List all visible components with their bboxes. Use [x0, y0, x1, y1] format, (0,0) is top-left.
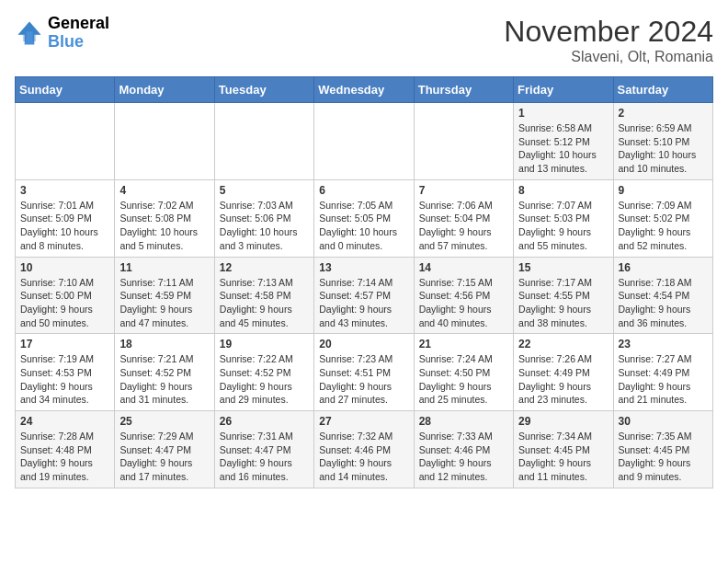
day-number: 27 [319, 415, 408, 428]
day-info: Sunrise: 7:17 AM Sunset: 4:55 PM Dayligh… [518, 276, 608, 330]
day-number: 16 [619, 261, 708, 274]
logo-icon [15, 18, 44, 48]
day-info: Sunrise: 7:15 AM Sunset: 4:56 PM Dayligh… [419, 276, 508, 330]
day-header-wednesday: Wednesday [314, 77, 414, 103]
calendar-cell: 16Sunrise: 7:18 AM Sunset: 4:54 PM Dayli… [613, 257, 712, 334]
calendar-cell: 25Sunrise: 7:29 AM Sunset: 4:47 PM Dayli… [115, 411, 214, 488]
day-number: 12 [220, 261, 309, 274]
day-info: Sunrise: 7:09 AM Sunset: 5:02 PM Dayligh… [619, 199, 708, 253]
day-header-friday: Friday [514, 77, 613, 103]
day-info: Sunrise: 7:01 AM Sunset: 5:09 PM Dayligh… [20, 199, 109, 253]
calendar-cell: 6Sunrise: 7:05 AM Sunset: 5:05 PM Daylig… [314, 179, 414, 257]
calendar-cell [115, 103, 214, 180]
calendar-cell: 17Sunrise: 7:19 AM Sunset: 4:53 PM Dayli… [16, 334, 115, 411]
calendar: SundayMondayTuesdayWednesdayThursdayFrid… [15, 76, 713, 488]
day-info: Sunrise: 7:34 AM Sunset: 4:45 PM Dayligh… [518, 430, 608, 484]
day-info: Sunrise: 7:21 AM Sunset: 4:52 PM Dayligh… [119, 352, 209, 407]
day-number: 5 [220, 184, 309, 197]
calendar-cell: 13Sunrise: 7:14 AM Sunset: 4:57 PM Dayli… [314, 257, 414, 334]
day-number: 19 [220, 338, 309, 350]
day-info: Sunrise: 7:11 AM Sunset: 4:59 PM Dayligh… [119, 276, 209, 330]
day-info: Sunrise: 7:31 AM Sunset: 4:47 PM Dayligh… [220, 430, 309, 484]
location: Slaveni, Olt, Romania [504, 49, 713, 65]
day-info: Sunrise: 6:59 AM Sunset: 5:10 PM Dayligh… [619, 121, 708, 176]
calendar-cell: 1Sunrise: 6:58 AM Sunset: 5:12 PM Daylig… [514, 103, 613, 180]
day-number: 11 [119, 261, 209, 274]
day-info: Sunrise: 6:58 AM Sunset: 5:12 PM Dayligh… [518, 121, 608, 176]
day-info: Sunrise: 7:05 AM Sunset: 5:05 PM Dayligh… [319, 199, 408, 253]
calendar-cell: 5Sunrise: 7:03 AM Sunset: 5:06 PM Daylig… [214, 179, 313, 257]
day-number: 7 [419, 184, 508, 197]
day-number: 1 [518, 107, 608, 120]
calendar-cell [214, 103, 313, 180]
day-info: Sunrise: 7:22 AM Sunset: 4:52 PM Dayligh… [220, 352, 309, 407]
day-number: 8 [518, 184, 608, 197]
day-number: 24 [20, 415, 109, 428]
calendar-cell [314, 103, 414, 180]
day-info: Sunrise: 7:10 AM Sunset: 5:00 PM Dayligh… [20, 276, 109, 330]
day-info: Sunrise: 7:06 AM Sunset: 5:04 PM Dayligh… [419, 199, 508, 253]
day-info: Sunrise: 7:18 AM Sunset: 4:54 PM Dayligh… [619, 276, 708, 330]
day-info: Sunrise: 7:23 AM Sunset: 4:51 PM Dayligh… [319, 352, 408, 407]
day-number: 15 [518, 261, 608, 274]
day-number: 3 [20, 184, 109, 197]
day-info: Sunrise: 7:14 AM Sunset: 4:57 PM Dayligh… [319, 276, 408, 330]
day-number: 2 [619, 107, 708, 120]
calendar-cell: 3Sunrise: 7:01 AM Sunset: 5:09 PM Daylig… [16, 179, 115, 257]
calendar-cell: 19Sunrise: 7:22 AM Sunset: 4:52 PM Dayli… [214, 334, 313, 411]
day-number: 25 [119, 415, 209, 428]
day-info: Sunrise: 7:35 AM Sunset: 4:45 PM Dayligh… [619, 430, 708, 484]
calendar-header: SundayMondayTuesdayWednesdayThursdayFrid… [16, 77, 713, 103]
logo: General Blue [15, 15, 109, 52]
month-title: November 2024 [504, 15, 713, 49]
calendar-cell: 2Sunrise: 6:59 AM Sunset: 5:10 PM Daylig… [613, 103, 712, 180]
day-number: 14 [419, 261, 508, 274]
calendar-cell: 14Sunrise: 7:15 AM Sunset: 4:56 PM Dayli… [414, 257, 513, 334]
day-number: 22 [518, 338, 608, 350]
calendar-cell: 24Sunrise: 7:28 AM Sunset: 4:48 PM Dayli… [16, 411, 115, 488]
day-number: 4 [119, 184, 209, 197]
calendar-cell: 28Sunrise: 7:33 AM Sunset: 4:46 PM Dayli… [414, 411, 513, 488]
day-info: Sunrise: 7:29 AM Sunset: 4:47 PM Dayligh… [119, 430, 209, 484]
day-header-monday: Monday [115, 77, 214, 103]
day-info: Sunrise: 7:27 AM Sunset: 4:49 PM Dayligh… [619, 352, 708, 407]
day-number: 23 [619, 338, 708, 350]
calendar-cell: 18Sunrise: 7:21 AM Sunset: 4:52 PM Dayli… [115, 334, 214, 411]
day-info: Sunrise: 7:19 AM Sunset: 4:53 PM Dayligh… [20, 352, 109, 407]
calendar-cell: 15Sunrise: 7:17 AM Sunset: 4:55 PM Dayli… [514, 257, 613, 334]
day-info: Sunrise: 7:32 AM Sunset: 4:46 PM Dayligh… [319, 430, 408, 484]
calendar-cell: 7Sunrise: 7:06 AM Sunset: 5:04 PM Daylig… [414, 179, 513, 257]
day-number: 6 [319, 184, 408, 197]
day-info: Sunrise: 7:02 AM Sunset: 5:08 PM Dayligh… [119, 199, 209, 253]
day-number: 17 [20, 338, 109, 350]
day-number: 28 [419, 415, 508, 428]
day-number: 18 [119, 338, 209, 350]
calendar-cell: 30Sunrise: 7:35 AM Sunset: 4:45 PM Dayli… [613, 411, 712, 488]
calendar-cell: 4Sunrise: 7:02 AM Sunset: 5:08 PM Daylig… [115, 179, 214, 257]
calendar-cell: 22Sunrise: 7:26 AM Sunset: 4:49 PM Dayli… [514, 334, 613, 411]
calendar-cell: 8Sunrise: 7:07 AM Sunset: 5:03 PM Daylig… [514, 179, 613, 257]
day-header-saturday: Saturday [613, 77, 712, 103]
day-info: Sunrise: 7:13 AM Sunset: 4:58 PM Dayligh… [220, 276, 309, 330]
calendar-cell: 21Sunrise: 7:24 AM Sunset: 4:50 PM Dayli… [414, 334, 513, 411]
calendar-cell: 27Sunrise: 7:32 AM Sunset: 4:46 PM Dayli… [314, 411, 414, 488]
day-number: 10 [20, 261, 109, 274]
day-number: 26 [220, 415, 309, 428]
calendar-body: 1Sunrise: 6:58 AM Sunset: 5:12 PM Daylig… [16, 103, 713, 488]
day-info: Sunrise: 7:28 AM Sunset: 4:48 PM Dayligh… [20, 430, 109, 484]
calendar-cell: 29Sunrise: 7:34 AM Sunset: 4:45 PM Dayli… [514, 411, 613, 488]
day-info: Sunrise: 7:33 AM Sunset: 4:46 PM Dayligh… [419, 430, 508, 484]
page-header: General Blue November 2024 Slaveni, Olt,… [15, 15, 713, 65]
day-number: 9 [619, 184, 708, 197]
calendar-cell: 26Sunrise: 7:31 AM Sunset: 4:47 PM Dayli… [214, 411, 313, 488]
day-number: 20 [319, 338, 408, 350]
day-info: Sunrise: 7:24 AM Sunset: 4:50 PM Dayligh… [419, 352, 508, 407]
day-header-sunday: Sunday [16, 77, 115, 103]
day-info: Sunrise: 7:07 AM Sunset: 5:03 PM Dayligh… [518, 199, 608, 253]
day-number: 13 [319, 261, 408, 274]
calendar-cell: 11Sunrise: 7:11 AM Sunset: 4:59 PM Dayli… [115, 257, 214, 334]
day-info: Sunrise: 7:26 AM Sunset: 4:49 PM Dayligh… [518, 352, 608, 407]
calendar-cell: 10Sunrise: 7:10 AM Sunset: 5:00 PM Dayli… [16, 257, 115, 334]
day-number: 29 [518, 415, 608, 428]
calendar-cell: 9Sunrise: 7:09 AM Sunset: 5:02 PM Daylig… [613, 179, 712, 257]
